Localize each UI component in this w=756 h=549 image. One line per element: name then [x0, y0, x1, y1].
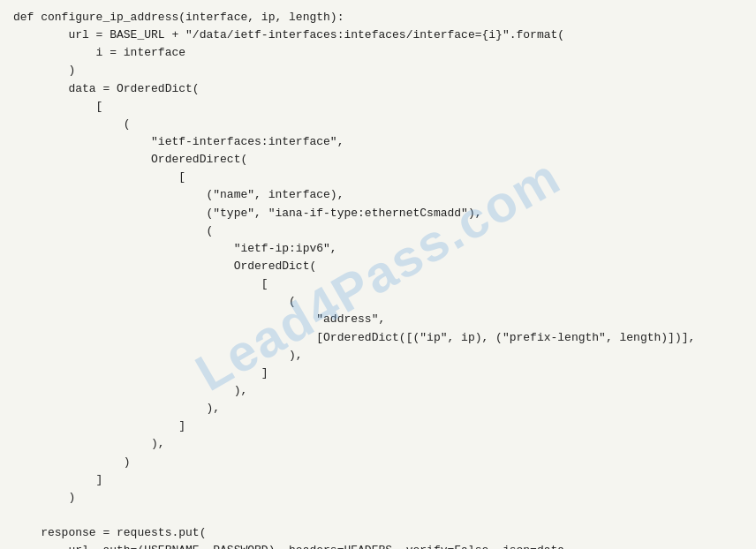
code-container: def configure_ip_address(interface, ip, …	[0, 0, 756, 549]
code-block: def configure_ip_address(interface, ip, …	[13, 9, 743, 549]
